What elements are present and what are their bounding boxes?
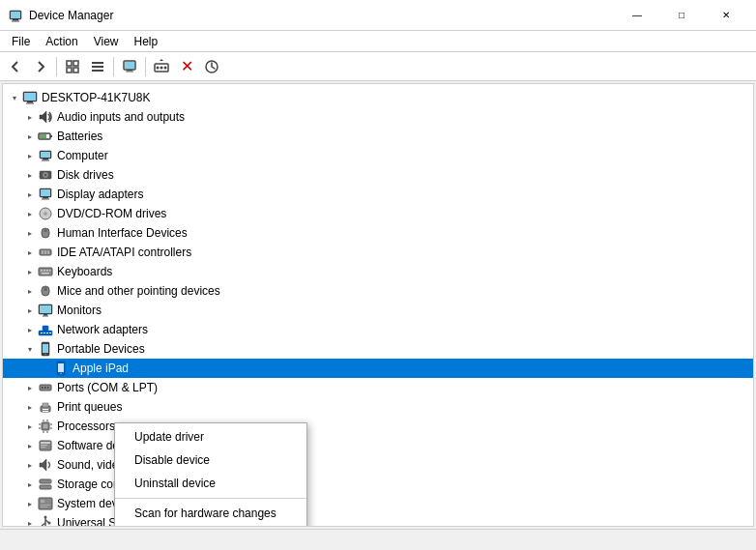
ipad-label: Apple iPad — [73, 362, 129, 375]
ports-icon — [38, 380, 53, 395]
tree-audio[interactable]: Audio inputs and outputs — [3, 107, 753, 127]
tree-mice[interactable]: Mice and other pointing devices — [3, 281, 753, 301]
tree-disk[interactable]: Disk drives — [3, 165, 753, 185]
menu-help[interactable]: Help — [127, 33, 166, 50]
tree-ports[interactable]: Ports (COM & LPT) — [3, 378, 753, 397]
toolbar-uninstall[interactable]: ✕ — [175, 55, 198, 78]
tree-print[interactable]: Print queues — [3, 397, 753, 417]
ports-label: Ports (COM & LPT) — [57, 381, 158, 394]
context-uninstall-device[interactable]: Uninstall device — [115, 472, 306, 495]
svg-rect-14 — [126, 71, 133, 72]
computer-label: Computer — [57, 149, 108, 162]
svg-rect-30 — [42, 160, 49, 161]
toolbar-view2[interactable] — [86, 55, 109, 78]
storage-expander[interactable] — [22, 477, 38, 492]
svg-rect-68 — [43, 344, 48, 353]
tree-batteries[interactable]: Batteries — [3, 127, 753, 146]
computer-expander[interactable] — [22, 148, 38, 163]
svg-rect-75 — [44, 387, 46, 389]
svg-rect-48 — [39, 268, 52, 275]
usb-expander[interactable] — [22, 515, 38, 526]
toolbar-view1[interactable] — [61, 55, 84, 78]
svg-point-108 — [48, 522, 51, 525]
tree-keyboards[interactable]: Keyboards — [3, 262, 753, 281]
disk-expander[interactable] — [22, 167, 38, 183]
monitors-label: Monitors — [57, 304, 102, 317]
sound-expander[interactable] — [22, 457, 38, 473]
svg-rect-12 — [125, 62, 134, 69]
battery-icon — [38, 129, 53, 144]
tree-portable[interactable]: Portable Devices — [3, 339, 753, 359]
mice-expander[interactable] — [22, 283, 38, 299]
proc-expander[interactable] — [22, 419, 38, 434]
svg-rect-101 — [41, 505, 50, 506]
title-bar: Device Manager — □ ✕ — [0, 0, 756, 31]
ide-label: IDE ATA/ATAPI controllers — [57, 246, 191, 259]
batteries-label: Batteries — [57, 130, 102, 143]
portable-expander[interactable] — [22, 341, 38, 357]
hid-label: Human Interface Devices — [57, 226, 188, 240]
svg-rect-7 — [73, 68, 78, 72]
svg-rect-74 — [42, 387, 44, 389]
toolbar: ✕ — [0, 52, 756, 81]
tree-network[interactable]: Network adapters — [3, 320, 753, 339]
hid-expander[interactable] — [22, 225, 38, 241]
portable-icon — [38, 341, 53, 357]
svg-rect-53 — [42, 273, 49, 275]
ide-expander[interactable] — [22, 245, 38, 260]
sound-icon — [38, 457, 53, 473]
svg-rect-4 — [67, 61, 72, 66]
ports-expander[interactable] — [22, 380, 38, 395]
root-expander[interactable] — [7, 90, 22, 105]
tree-hid[interactable]: Human Interface Devices — [3, 223, 753, 243]
svg-rect-92 — [41, 442, 50, 444]
toolbar-forward[interactable] — [29, 55, 52, 78]
toolbar-scan[interactable] — [200, 55, 223, 78]
menu-view[interactable]: View — [86, 33, 127, 50]
app-icon — [8, 8, 23, 23]
svg-rect-65 — [46, 333, 48, 333]
toolbar-back[interactable] — [4, 55, 27, 78]
tree-dvd[interactable]: DVD/CD-ROM drives — [3, 204, 753, 223]
network-expander[interactable] — [22, 322, 38, 337]
batteries-expander[interactable] — [22, 129, 38, 144]
monitors-expander[interactable] — [22, 303, 38, 318]
close-button[interactable]: ✕ — [704, 0, 748, 31]
dvd-expander[interactable] — [22, 206, 38, 221]
network-icon — [38, 322, 53, 337]
print-expander[interactable] — [22, 399, 38, 415]
menu-file[interactable]: File — [4, 33, 38, 50]
toolbar-computer[interactable] — [118, 55, 141, 78]
maximize-button[interactable]: □ — [659, 0, 704, 31]
svg-rect-78 — [43, 403, 48, 407]
svg-rect-6 — [67, 68, 72, 72]
keyboards-expander[interactable] — [22, 264, 38, 279]
tree-ide[interactable]: IDE ATA/ATAPI controllers — [3, 243, 753, 262]
tree-apple-ipad[interactable]: Apple iPad — [3, 359, 753, 378]
toolbar-update-driver[interactable] — [150, 55, 173, 78]
context-disable-device[interactable]: Disable device — [115, 449, 306, 472]
tree-monitors[interactable]: Monitors — [3, 301, 753, 320]
device-tree[interactable]: DESKTOP-41K7U8K Audio inputs and outputs — [3, 84, 753, 526]
svg-rect-5 — [73, 61, 78, 66]
system-expander[interactable] — [22, 496, 38, 511]
software-expander[interactable] — [22, 438, 38, 453]
svg-rect-28 — [41, 152, 50, 158]
context-update-driver[interactable]: Update driver — [115, 425, 306, 449]
svg-rect-60 — [43, 316, 48, 317]
tree-computer[interactable]: Computer — [3, 146, 753, 165]
svg-rect-80 — [43, 411, 48, 412]
tree-display[interactable]: Display adapters — [3, 185, 753, 204]
audio-expander[interactable] — [22, 109, 38, 125]
menu-action[interactable]: Action — [38, 33, 85, 50]
ide-icon — [38, 245, 53, 260]
computer-device-icon — [38, 148, 53, 163]
minimize-button[interactable]: — — [615, 0, 659, 31]
tree-root[interactable]: DESKTOP-41K7U8K — [3, 88, 753, 107]
toolbar-sep-1 — [56, 57, 57, 76]
display-expander[interactable] — [22, 187, 38, 202]
svg-rect-93 — [41, 445, 47, 446]
svg-rect-13 — [127, 70, 132, 72]
context-scan-hardware[interactable]: Scan for hardware changes — [115, 502, 306, 525]
toolbar-sep-2 — [113, 57, 114, 76]
